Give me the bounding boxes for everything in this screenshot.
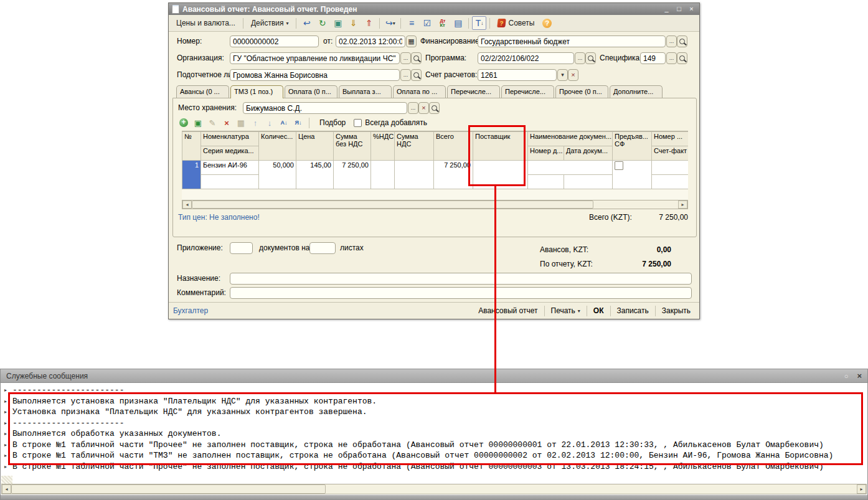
unpost-document-icon[interactable]: ⇑ [362, 16, 376, 30]
doc-num-cell[interactable] [528, 175, 564, 189]
always-add-checkbox[interactable] [354, 119, 362, 127]
settlement-account-field[interactable] [478, 69, 557, 81]
post-document-icon[interactable]: ⇓ [346, 16, 361, 30]
list-settings-icon[interactable]: ≡ [404, 16, 418, 30]
accountable-person-field[interactable] [230, 69, 400, 81]
scroll-right-icon[interactable]: ▸ [678, 200, 687, 209]
program-search-icon[interactable] [585, 52, 596, 64]
qty-cell[interactable]: 50,000 [259, 161, 296, 189]
advance-report-button[interactable]: Авансовый отчет [474, 304, 542, 317]
number-field[interactable] [230, 35, 319, 47]
specifics-search-icon[interactable] [677, 52, 687, 64]
print-button[interactable]: Печать▾ [547, 304, 585, 317]
move-down-icon[interactable]: ↓ [264, 117, 275, 128]
doc-name-cell[interactable] [528, 161, 613, 175]
pin-icon[interactable]: ○ [844, 372, 849, 380]
document-journal-icon[interactable]: ▤ [451, 16, 465, 30]
vat-pct-cell[interactable] [371, 161, 395, 189]
account-clear-icon[interactable]: × [568, 69, 578, 81]
row-number-cell[interactable]: 1 [182, 161, 201, 189]
attachment-docs-field[interactable] [230, 242, 253, 254]
tab-perechislenie-2[interactable]: Перечисле... [501, 85, 554, 98]
message-line[interactable]: ▸В строке №1 табличной части "Прочее" не… [1, 461, 867, 473]
scroll-left-icon[interactable]: ◂ [182, 200, 192, 209]
messages-close-icon[interactable]: × [857, 371, 862, 380]
copy-row-icon[interactable]: ▣ [192, 117, 204, 128]
person-search-icon[interactable] [411, 69, 422, 81]
move-up-icon[interactable]: ↑ [250, 117, 261, 128]
close-button[interactable]: × [687, 4, 696, 14]
help-icon[interactable]: ? [542, 19, 552, 28]
organization-select-button[interactable]: ... [400, 52, 411, 64]
purpose-field[interactable] [230, 273, 692, 285]
go-to-icon[interactable]: ↪▾ [383, 16, 397, 30]
specifics-field[interactable] [640, 52, 666, 64]
message-line[interactable]: ▸Установка признака "Плательщик НДС" для… [1, 407, 867, 418]
storage-select-button[interactable]: ... [408, 102, 418, 114]
ok-button[interactable]: ОК [589, 304, 608, 317]
tab-dopolnitelno[interactable]: Дополните... [610, 85, 663, 98]
prices-currency-button[interactable]: Цены и валюта... [172, 16, 240, 30]
tab-vyplata[interactable]: Выплата з... [339, 85, 392, 98]
table-horizontal-scrollbar[interactable]: ◂ ▸ [182, 200, 688, 209]
reread-document-icon[interactable]: ↩ [300, 16, 314, 30]
tab-oplata[interactable]: Оплата (0 п... [285, 85, 337, 98]
price-type-link[interactable]: Тип цен: Не заполнено! [178, 212, 260, 224]
attachment-sheets-field[interactable] [309, 242, 336, 254]
tab-prochee[interactable]: Прочее (0 п... [555, 85, 608, 98]
price-cell[interactable]: 145,00 [296, 161, 334, 189]
message-line[interactable]: ▸Выполняется установка признака "Платель… [1, 396, 867, 407]
maximize-button[interactable]: □ [674, 4, 684, 14]
number-cell[interactable] [652, 161, 689, 175]
financing-field[interactable] [478, 35, 666, 47]
tab-oplata-po[interactable]: Оплата по ... [393, 85, 446, 98]
scroll-right-icon[interactable]: ▸ [857, 484, 866, 494]
sum-no-vat-cell[interactable]: 7 250,00 [334, 161, 371, 189]
message-line[interactable]: ▸В строке №1 табличной части "Прочее" не… [1, 440, 867, 451]
account-dropdown-icon[interactable]: ▾ [557, 69, 568, 81]
supplier-cell[interactable] [473, 161, 528, 189]
doc-date-cell[interactable] [564, 175, 613, 189]
refresh-icon[interactable]: ↻ [315, 16, 329, 30]
table-row[interactable]: 1 Бензин АИ-96 50,000 145,00 7 250,00 7 … [182, 161, 689, 175]
financing-select-button[interactable]: ... [666, 35, 677, 47]
message-line[interactable]: ▸В строке №1 табличной части "ТМЗ" не за… [1, 450, 867, 461]
calendar-icon[interactable]: ▦ [406, 35, 417, 47]
series-cell[interactable] [201, 175, 259, 189]
sort-descending-icon[interactable]: Я↓ [293, 117, 304, 128]
pick-button[interactable]: Подбор [314, 116, 351, 129]
message-line[interactable]: ▸----------------------- [1, 385, 867, 396]
vat-sum-cell[interactable] [395, 161, 434, 189]
minimize-button[interactable]: _ [662, 4, 671, 14]
message-line[interactable]: ▸Выполняется обработка указанных докумен… [1, 428, 867, 440]
scrollbar-thumb[interactable] [192, 200, 593, 209]
message-line[interactable]: ▸----------------------- [1, 418, 867, 429]
responsible-link[interactable]: Бухгалтер [173, 306, 208, 315]
delete-row-icon[interactable]: × [221, 117, 232, 128]
dt-kt-postings-icon[interactable]: ДтКт [435, 16, 450, 30]
storage-field[interactable] [243, 102, 407, 114]
add-row-icon[interactable]: + [178, 117, 189, 128]
checklist-icon[interactable]: ☑ [420, 16, 434, 30]
organization-field[interactable] [230, 52, 400, 64]
storage-clear-icon[interactable]: × [418, 102, 429, 114]
close-dialog-button[interactable]: Закрыть [658, 304, 695, 317]
tab-tmz[interactable]: ТМЗ (1 поз.) [230, 85, 283, 98]
copy-document-icon[interactable]: ▣ [331, 16, 345, 30]
end-edit-icon[interactable]: ▦ [235, 117, 247, 128]
nomenclature-cell[interactable]: Бензин АИ-96 [201, 161, 259, 175]
sort-ascending-icon[interactable]: А↓ [278, 117, 290, 128]
financing-search-icon[interactable] [677, 35, 687, 47]
messages-horizontal-scrollbar[interactable]: ◂ ▸ [1, 484, 867, 494]
actions-button[interactable]: Действия▾ [247, 16, 293, 30]
save-button[interactable]: Записать [613, 304, 653, 317]
scrollbar-thumb[interactable] [11, 484, 326, 494]
tab-perechislenie-1[interactable]: Перечисле... [447, 85, 500, 98]
storage-search-icon[interactable] [429, 102, 440, 114]
scroll-left-icon[interactable]: ◂ [2, 484, 11, 494]
invoice-cell[interactable] [652, 175, 689, 189]
program-field[interactable] [478, 52, 574, 64]
sf-presented-cell[interactable] [613, 161, 652, 189]
tips-button[interactable]: ?Советы [493, 16, 539, 30]
type-filter-icon[interactable]: Т↓ [472, 16, 486, 30]
